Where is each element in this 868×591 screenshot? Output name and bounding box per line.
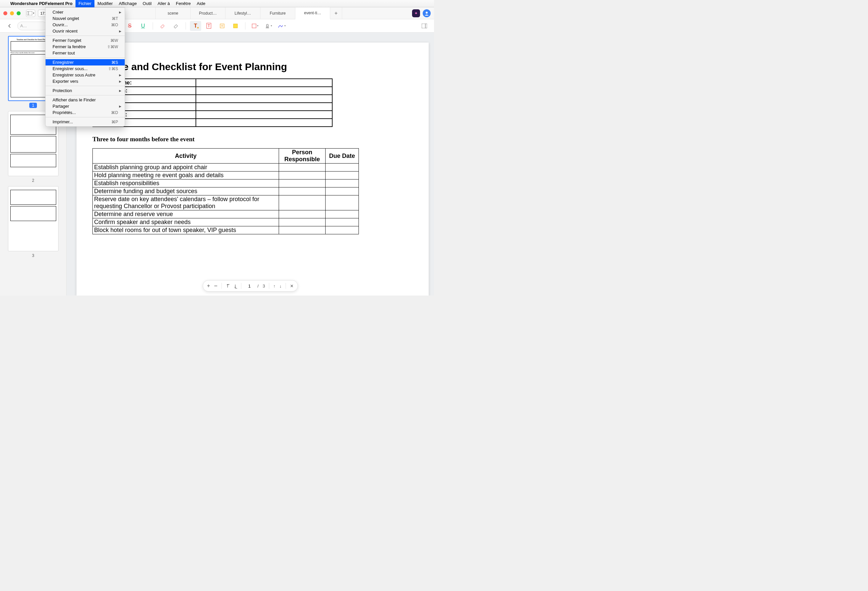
svg-point-2 xyxy=(426,12,428,14)
menu-modifier[interactable]: Modifier xyxy=(94,0,116,7)
sticky-icon xyxy=(233,23,238,29)
toolbar-separator xyxy=(186,22,186,29)
thumbnail-number: 2 xyxy=(8,178,59,183)
menu-item-fermer-la-fen-tre[interactable]: Fermer la fenêtre⇧⌘W xyxy=(46,44,125,50)
svg-point-9 xyxy=(266,24,269,26)
page-separator: / xyxy=(257,283,259,289)
menu-item-fermer-l-onglet[interactable]: Fermer l'onglet⌘W xyxy=(46,37,125,44)
new-tab-button[interactable]: + xyxy=(330,7,342,19)
thumbnail-number: 3 xyxy=(8,253,59,258)
stamp-tool[interactable]: ▾ xyxy=(263,21,274,31)
total-pages: 3 xyxy=(263,283,265,289)
menubar: Wondershare PDFelement Pro Fichier Modif… xyxy=(0,0,434,7)
panel-toggle[interactable] xyxy=(419,21,430,31)
menu-item-partager[interactable]: Partager▶ xyxy=(46,103,125,109)
chevron-left-icon xyxy=(7,24,12,28)
menu-item-ouvrir-r-cent[interactable]: Ouvrir récent▶ xyxy=(46,28,125,34)
pen-icon xyxy=(278,23,284,29)
zoom-out-button[interactable]: − xyxy=(214,283,217,289)
ai-assistant-button[interactable]: ✦ xyxy=(412,9,420,17)
close-window[interactable] xyxy=(3,11,7,15)
meta-table: Planner/Time:Description:Purpose:Time:# … xyxy=(93,78,332,127)
menu-item-imprimer-[interactable]: Imprimer...⌘P xyxy=(46,119,125,125)
current-page-input[interactable] xyxy=(245,283,254,289)
shape-tool[interactable]: ▾ xyxy=(249,21,261,31)
zoom-in-button[interactable]: + xyxy=(207,283,210,289)
rectangle-icon xyxy=(252,24,257,28)
menu-affichage[interactable]: Affichage xyxy=(116,0,140,7)
menu-item-exporter-vers[interactable]: Exporter vers▶ xyxy=(46,78,125,84)
file-dropdown: Créer▶Nouvel onglet⌘TOuvrir...⌘OOuvrir r… xyxy=(45,7,125,127)
tab-furniture[interactable]: Furniture xyxy=(260,7,295,19)
thumbnail-number: 1 xyxy=(29,103,37,108)
stamp-icon xyxy=(265,23,270,29)
eraser-tool[interactable] xyxy=(157,21,168,31)
menu-item-enregistrer[interactable]: Enregistrer⌘S xyxy=(46,59,125,65)
menu-outil[interactable]: Outil xyxy=(140,0,155,7)
menu-item-afficher-dans-le-finder[interactable]: Afficher dans le Finder xyxy=(46,97,125,103)
signature-tool[interactable]: ▾ xyxy=(276,21,287,31)
section-heading: Three to four months before the event xyxy=(93,136,415,143)
search-input[interactable]: A… xyxy=(17,22,47,30)
svg-rect-8 xyxy=(252,24,256,28)
traffic-lights xyxy=(3,11,21,15)
text-box-tool[interactable]: T xyxy=(203,21,214,31)
note-icon xyxy=(220,23,225,29)
menu-item-nouvel-onglet[interactable]: Nouvel onglet⌘T xyxy=(46,15,125,22)
svg-rect-10 xyxy=(422,24,427,28)
sticky-note-tool[interactable] xyxy=(230,21,241,31)
menu-item-ouvrir-[interactable]: Ouvrir...⌘O xyxy=(46,22,125,28)
sidebar-toggle[interactable]: ▾ xyxy=(26,10,35,17)
user-account-button[interactable] xyxy=(423,9,431,17)
tab-lifestyle[interactable]: Lifestyl… xyxy=(226,7,260,19)
menu-item-enregistrer-sous-autre[interactable]: Enregistrer sous Autre▶ xyxy=(46,72,125,78)
prev-page-button[interactable]: ↑ xyxy=(273,283,276,289)
menu-item-fermer-tout[interactable]: Fermer tout xyxy=(46,50,125,56)
clear-tool[interactable] xyxy=(170,21,182,31)
document-title: eline and Checklist for Event Planning xyxy=(106,61,415,72)
app-name[interactable]: Wondershare PDFelement Pro xyxy=(7,1,75,6)
sidebar-icon xyxy=(27,11,32,15)
text-tool[interactable]: T✦ xyxy=(190,21,201,31)
tab-scene[interactable]: scene xyxy=(156,7,190,19)
pdf-page: eline and Checklist for Event Planning P… xyxy=(77,43,429,296)
next-page-button[interactable]: ↓ xyxy=(279,283,282,289)
user-icon xyxy=(424,11,429,16)
activity-table: ActivityPersonResponsibleDue DateEstabli… xyxy=(93,148,359,234)
back-button[interactable] xyxy=(4,21,15,31)
menu-fichier[interactable]: Fichier xyxy=(75,0,94,7)
zoom-window[interactable] xyxy=(17,11,21,15)
menu-aller-a[interactable]: Aller à xyxy=(155,0,173,7)
menu-item-propri-t-s-[interactable]: Propriétés...⌘D xyxy=(46,109,125,116)
first-page-button[interactable]: ↑̅ xyxy=(226,283,229,289)
menu-item-protection[interactable]: Protection▶ xyxy=(46,87,125,94)
search-placeholder: A… xyxy=(20,24,27,28)
toolbar-separator xyxy=(245,22,245,29)
close-navigator-button[interactable]: ✕ xyxy=(290,283,294,289)
underline-tool[interactable]: U xyxy=(137,21,149,31)
clear-icon xyxy=(173,23,179,29)
last-page-button[interactable]: ↓̲ xyxy=(233,283,237,289)
page-navigator: + − ↑̅ ↓̲ / 3 ↑ ↓ ✕ xyxy=(202,280,298,292)
tab-event-timeline[interactable]: event-ti… xyxy=(295,7,330,19)
thumbnail-page-3[interactable]: 3 xyxy=(8,186,59,258)
note-tool[interactable] xyxy=(217,21,228,31)
menu-item-enregistrer-sous-[interactable]: Enregistrer sous...⇧⌘S xyxy=(46,65,125,72)
svg-rect-0 xyxy=(27,11,32,15)
menu-fenetre[interactable]: Fenêtre xyxy=(173,0,194,7)
svg-rect-7 xyxy=(233,24,238,28)
strikethrough-tool[interactable]: S xyxy=(124,21,135,31)
menu-aide[interactable]: Aide xyxy=(194,0,208,7)
svg-rect-4 xyxy=(220,24,224,28)
panel-icon xyxy=(422,24,427,28)
toolbar-separator xyxy=(153,22,153,29)
minimize-window[interactable] xyxy=(10,11,14,15)
thumbnail-preview xyxy=(8,186,59,251)
eraser-icon xyxy=(159,23,165,29)
menu-item-cr-er[interactable]: Créer▶ xyxy=(46,9,125,15)
tab-product[interactable]: Product… xyxy=(190,7,226,19)
